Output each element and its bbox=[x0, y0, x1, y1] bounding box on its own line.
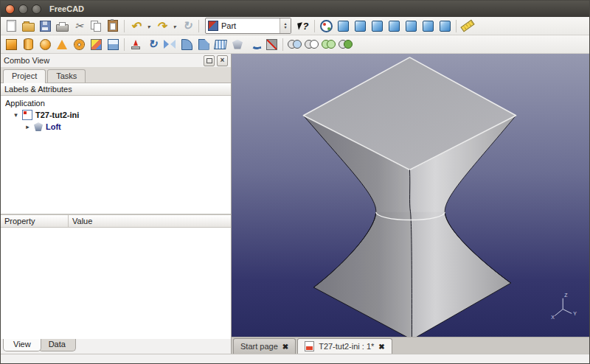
open-button[interactable] bbox=[20, 18, 36, 34]
cone-icon bbox=[57, 40, 67, 49]
whats-this-icon bbox=[298, 21, 309, 32]
tab-close-icon[interactable]: ✖ bbox=[378, 343, 384, 351]
axonometric-view-button[interactable] bbox=[335, 18, 351, 34]
paste-button[interactable] bbox=[105, 18, 121, 34]
ruled-surface-button[interactable] bbox=[212, 36, 229, 52]
toolbar-separator bbox=[456, 20, 457, 32]
print-button[interactable] bbox=[54, 18, 70, 34]
tab-view[interactable]: View bbox=[3, 339, 41, 351]
top-view-button[interactable] bbox=[369, 18, 385, 34]
3d-view[interactable]: Z Y X bbox=[232, 54, 589, 337]
tab-project[interactable]: Project bbox=[3, 69, 46, 83]
new-file-button[interactable] bbox=[3, 18, 19, 34]
sweep-button[interactable] bbox=[246, 36, 263, 52]
front-view-button[interactable] bbox=[352, 18, 368, 34]
whats-this-button[interactable] bbox=[295, 18, 311, 34]
toolbar-separator bbox=[282, 38, 283, 51]
shade-left-lower bbox=[313, 212, 412, 337]
torus-button[interactable] bbox=[71, 36, 87, 52]
redo-history-button[interactable] bbox=[170, 18, 178, 34]
labels-attributes-header: Labels & Attributes bbox=[1, 83, 231, 96]
panel-close-button[interactable] bbox=[217, 55, 228, 66]
loft-button[interactable] bbox=[229, 36, 246, 52]
undo-history-button[interactable] bbox=[145, 18, 153, 34]
workbench-selector[interactable]: Part bbox=[205, 18, 291, 34]
revolve-button[interactable] bbox=[145, 36, 161, 52]
tree-item-document[interactable]: T27-tut2-ini bbox=[1, 109, 231, 121]
bottom-view-button[interactable] bbox=[420, 18, 436, 34]
bottom-view-icon bbox=[423, 21, 434, 32]
mdi-tab-bar: Start page ✖ T27-tut2-ini : 1* ✖ bbox=[232, 337, 589, 354]
rear-view-button[interactable] bbox=[403, 18, 419, 34]
combo-view-header: Combo View bbox=[1, 54, 231, 67]
section-button[interactable] bbox=[263, 36, 280, 52]
mirror-icon bbox=[164, 40, 176, 49]
box-button[interactable] bbox=[3, 36, 19, 52]
tab-start-page[interactable]: Start page ✖ bbox=[233, 338, 296, 354]
undo-button[interactable] bbox=[128, 18, 144, 34]
column-value[interactable]: Value bbox=[69, 215, 231, 227]
torus-icon bbox=[74, 40, 84, 49]
shape-builder-button[interactable] bbox=[105, 36, 121, 52]
tree-item-loft[interactable]: Loft bbox=[1, 121, 231, 133]
sphere-button[interactable] bbox=[37, 36, 53, 52]
property-table-body bbox=[1, 228, 231, 339]
box-icon bbox=[6, 39, 17, 50]
part-toolbar bbox=[1, 35, 589, 54]
section-icon bbox=[266, 39, 277, 50]
tab-document[interactable]: T27-tut2-ini : 1* ✖ bbox=[297, 338, 392, 354]
right-view-button[interactable] bbox=[386, 18, 402, 34]
mirror-button[interactable] bbox=[162, 36, 178, 52]
window-close-button[interactable] bbox=[5, 4, 15, 14]
boolean-icon bbox=[288, 40, 302, 49]
boolean-button[interactable] bbox=[286, 36, 302, 52]
loft-icon bbox=[232, 40, 243, 49]
mdi-tab-label: Start page bbox=[240, 342, 278, 351]
panel-float-button[interactable] bbox=[204, 55, 215, 66]
left-view-button[interactable] bbox=[437, 18, 453, 34]
fit-all-button[interactable] bbox=[318, 18, 334, 34]
cylinder-button[interactable] bbox=[20, 36, 36, 52]
boolean-cut-button[interactable] bbox=[303, 36, 319, 52]
boolean-union-button[interactable] bbox=[320, 36, 336, 52]
window-maximize-button[interactable] bbox=[32, 4, 41, 14]
tab-close-icon[interactable]: ✖ bbox=[282, 343, 288, 351]
extrude-button[interactable] bbox=[128, 36, 144, 52]
expand-arrow-icon[interactable] bbox=[13, 111, 19, 119]
create-primitives-button[interactable] bbox=[88, 36, 104, 52]
tab-data[interactable]: Data bbox=[38, 339, 76, 351]
save-icon bbox=[40, 21, 51, 32]
window-minimize-button[interactable] bbox=[18, 4, 28, 14]
tab-tasks[interactable]: Tasks bbox=[47, 69, 86, 83]
revolve-icon bbox=[148, 38, 158, 51]
toolbar-separator bbox=[198, 20, 199, 32]
refresh-icon bbox=[183, 19, 192, 32]
measure-distance-button[interactable] bbox=[459, 18, 476, 34]
combo-spin-buttons[interactable] bbox=[280, 18, 291, 33]
boolean-intersection-button[interactable] bbox=[337, 36, 353, 52]
save-button[interactable] bbox=[37, 18, 53, 34]
chamfer-button[interactable] bbox=[195, 36, 212, 52]
fit-all-icon bbox=[320, 20, 333, 32]
copy-icon bbox=[91, 21, 101, 31]
tree-item-label: Application bbox=[5, 99, 45, 108]
sweep-icon bbox=[248, 38, 261, 51]
open-folder-icon bbox=[22, 23, 35, 32]
new-file-icon bbox=[7, 20, 16, 32]
tree-item-application[interactable]: Application bbox=[1, 97, 231, 109]
chevron-down-icon bbox=[147, 21, 150, 30]
combo-view-panel: Combo View Project Tasks Labels & Attrib… bbox=[1, 54, 232, 354]
copy-button[interactable] bbox=[88, 18, 104, 34]
refresh-button[interactable] bbox=[179, 18, 195, 34]
column-property[interactable]: Property bbox=[1, 215, 69, 227]
cone-button[interactable] bbox=[54, 36, 70, 52]
redo-button[interactable] bbox=[153, 18, 170, 34]
loft-feature-icon bbox=[34, 122, 43, 131]
axonometric-view-icon bbox=[338, 21, 349, 32]
collapse-arrow-icon[interactable] bbox=[24, 123, 31, 130]
cut-button[interactable] bbox=[71, 18, 87, 34]
sphere-icon bbox=[40, 39, 51, 50]
extrude-icon bbox=[131, 39, 141, 49]
fillet-button[interactable] bbox=[178, 36, 195, 52]
window-title: FreeCAD bbox=[49, 4, 84, 13]
